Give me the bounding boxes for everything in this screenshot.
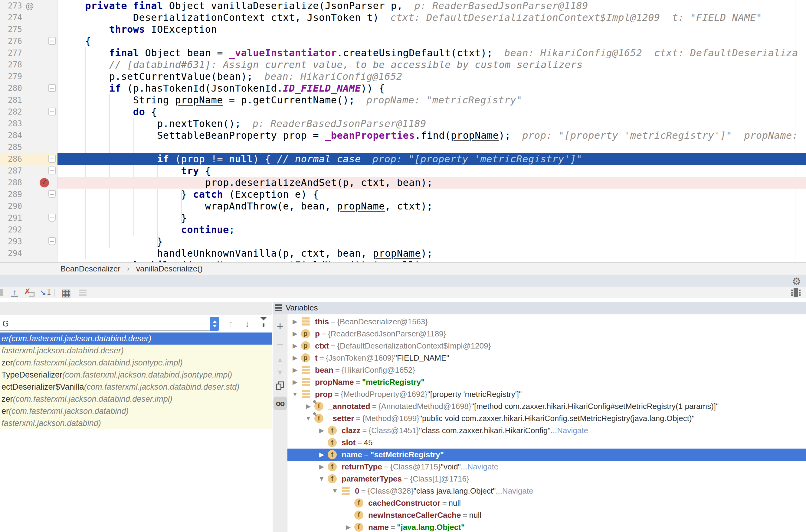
code-text[interactable]: if (p.hasTokenId(JsonTokenId.ID_FIELD_NA… [57, 82, 806, 94]
collapse-icon[interactable]: ▼ [329, 487, 341, 495]
remove-watch-button[interactable]: − [273, 338, 288, 351]
drop-frame-button[interactable]: ✗ [24, 287, 36, 298]
previous-occurrence-button[interactable]: ↑ [224, 317, 237, 331]
navigate-link[interactable]: Navigate [557, 426, 588, 435]
next-occurrence-button[interactable]: ↓ [241, 317, 254, 331]
variable-row-_annotated[interactable]: ▶f_annotated={AnnotatedMethod@1698} "[me… [288, 400, 806, 412]
code-text[interactable]: SettableBeanProperty prop = _beanPropert… [57, 130, 806, 141]
variable-row-ctxt[interactable]: ▶pctxt={DefaultDeserializationContext$Im… [288, 340, 806, 352]
code-text[interactable]: p.setCurrentValue(bean);bean: HikariConf… [57, 71, 806, 82]
variable-row-cachedConstructor[interactable]: fcachedConstructor=null [288, 497, 806, 509]
class-item-0[interactable]: er (com.fasterxml.jackson.databind.deser… [0, 332, 272, 345]
navigate-link[interactable]: Navigate [502, 486, 533, 496]
class-item-7[interactable]: fasterxml.jackson.databind) [0, 417, 272, 429]
code-text[interactable]: // [databind#631]: Assign current value,… [57, 59, 806, 71]
collapse-icon[interactable]: ▼ [289, 391, 301, 398]
code-text[interactable]: } while ((propName = p.nextFieldName()) … [57, 259, 806, 262]
fold-marker-icon[interactable]: – [49, 214, 56, 222]
code-token: , ctxt); [385, 201, 433, 212]
fold-marker-icon[interactable]: – [49, 237, 56, 245]
code-text[interactable]: prop.deserializeAndSet(p, ctxt, bean); [57, 177, 806, 189]
run-to-cursor-button[interactable]: ↘ I [39, 287, 52, 298]
gear-icon[interactable]: ⚙ [792, 276, 801, 287]
collapse-icon[interactable]: ▼ [302, 415, 314, 422]
variable-row-newInstanceCallerCache[interactable]: fnewInstanceCallerCache=null [288, 509, 806, 521]
code-text[interactable]: continue; [57, 224, 806, 236]
class-item-1[interactable]: fasterxml.jackson.databind.deser) [0, 345, 272, 357]
breakpoint-icon[interactable]: ✓ [40, 178, 49, 187]
code-text[interactable]: try { [57, 165, 806, 177]
code-text[interactable]: wrapAndThrow(e, bean, propName, ctxt); [57, 201, 806, 212]
variable-row-slot[interactable]: fslot=45 [288, 436, 806, 449]
show-watches-toggle[interactable]: oo [273, 397, 288, 410]
move-down-button[interactable]: ▼ [273, 368, 288, 377]
variable-row-name[interactable]: ▶fname="setMetricRegistry" [288, 449, 806, 461]
variable-row-this[interactable]: ▶this={BeanDeserializer@1563} [288, 316, 806, 328]
variable-row-propName[interactable]: ▶propName="metricRegistry" [288, 376, 806, 388]
expand-icon[interactable]: ▶ [289, 318, 301, 325]
expand-icon[interactable]: ▶ [342, 524, 354, 531]
fold-marker-icon[interactable]: – [49, 108, 56, 115]
fold-marker-icon[interactable]: – [49, 37, 56, 45]
duplicate-watch-button[interactable] [273, 381, 288, 391]
fold-marker-icon[interactable]: – [49, 84, 56, 92]
navigate-link[interactable]: Navigate [468, 462, 499, 472]
code-text[interactable]: handleUnknownVanilla(p, ctxt, bean, prop… [57, 248, 806, 259]
code-text[interactable]: } [57, 212, 806, 224]
breadcrumb-class[interactable]: BeanDeserializer [60, 264, 121, 273]
variable-row-parameterTypes[interactable]: ▼fparameterTypes={Class[1]@1716} [288, 473, 806, 485]
variable-row-p[interactable]: ▶pp={ReaderBasedJsonParser@1189} [288, 328, 806, 340]
variable-row-0[interactable]: ▼0={Class@328} "class java.lang.Object" … [288, 485, 806, 497]
expand-icon[interactable]: ▶ [315, 427, 328, 434]
filter-button[interactable] [257, 317, 270, 331]
expand-icon[interactable]: ▶ [289, 342, 301, 349]
expand-icon[interactable]: ▶ [315, 463, 328, 470]
class-item-5[interactable]: zer (com.fasterxml.jackson.databind.dese… [0, 393, 272, 405]
code-text[interactable]: p.nextToken();p: ReaderBasedJsonParser@1… [57, 118, 806, 130]
code-text[interactable]: } catch (Exception e) { [57, 189, 806, 201]
expand-icon[interactable]: ▶ [315, 451, 328, 458]
code-text[interactable]: } [57, 236, 806, 248]
variable-row-bean[interactable]: ▶bean={HikariConfig@1652} [288, 364, 806, 376]
expand-icon[interactable]: ▶ [289, 378, 301, 386]
code-text[interactable]: String propName = p.getCurrentName();pro… [57, 94, 806, 106]
variable-row-_setter[interactable]: ▼f_setter={Method@1699} "public void com… [288, 412, 806, 424]
class-item-2[interactable]: zer (com.fasterxml.jackson.databind.json… [0, 357, 272, 369]
code-text[interactable] [57, 141, 806, 153]
combobox-stepper-icon[interactable] [210, 317, 219, 331]
variable-row-returnType[interactable]: ▶freturnType={Class@1715} "void" ... Nav… [288, 461, 806, 473]
code-text[interactable]: final Object bean = _valueInstantiator.c… [57, 47, 806, 59]
class-item-3[interactable]: TypeDeserializer (com.fasterxml.jackson.… [0, 369, 272, 381]
code-text[interactable]: throws IOException [57, 23, 806, 35]
expand-icon[interactable]: ▶ [289, 366, 301, 374]
breadcrumb-method[interactable]: vanillaDeserialize() [136, 264, 203, 273]
step-out-button[interactable]: ↑ [8, 287, 21, 298]
variable-row-name[interactable]: ▶fname="java.lang.Object" [288, 521, 806, 532]
class-item-4[interactable]: ectDeserializer$Vanilla (com.fasterxml.j… [0, 381, 272, 393]
variables-panel-header[interactable]: Variables [273, 302, 806, 315]
evaluate-expression-button[interactable]: ▦ [60, 287, 73, 298]
expand-icon[interactable]: ▶ [289, 354, 301, 362]
fold-marker-icon[interactable]: – [49, 155, 56, 163]
variable-row-t[interactable]: ▶pt={JsonToken@1609} "FIELD_NAME" [288, 352, 806, 364]
code-text[interactable]: do { [57, 106, 806, 118]
variable-row-clazz[interactable]: ▶fclazz={Class@1451} "class com.zaxxer.h… [288, 424, 806, 436]
expand-icon[interactable]: ▶ [302, 403, 314, 410]
code-text[interactable]: if (prop != null) { // normal caseprop: … [57, 153, 806, 165]
collapse-icon[interactable]: ▼ [315, 475, 328, 482]
expand-icon[interactable]: ▶ [289, 330, 301, 337]
code-editor[interactable]: 273@ private final Object vanillaDeseria… [0, 0, 806, 262]
search-input[interactable] [0, 317, 219, 331]
layout-settings-button[interactable] [789, 287, 802, 298]
fold-marker-icon[interactable]: – [49, 167, 56, 174]
code-text[interactable]: private final Object vanillaDeserialize(… [57, 0, 806, 12]
code-text[interactable]: { [57, 35, 806, 47]
code-text[interactable]: DeserializationContext ctxt, JsonToken t… [57, 12, 806, 23]
settings-sliders-icon[interactable] [76, 287, 89, 298]
add-watch-button[interactable]: + [273, 320, 288, 333]
code-token: .createUsingDefault(ctxt); [337, 47, 493, 59]
move-up-button[interactable]: ▲ [273, 356, 288, 364]
class-item-6[interactable]: er (com.fasterxml.jackson.databind) [0, 405, 272, 417]
fold-marker-icon[interactable]: – [49, 190, 56, 198]
variable-row-prop[interactable]: ▼prop={MethodProperty@1692} "[property '… [288, 388, 806, 400]
